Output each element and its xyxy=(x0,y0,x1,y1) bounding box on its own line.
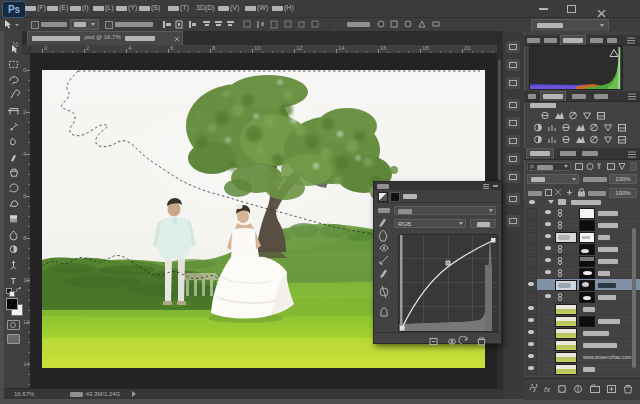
svg-text:fx: fx xyxy=(544,385,551,394)
svg-text:T: T xyxy=(11,276,17,286)
